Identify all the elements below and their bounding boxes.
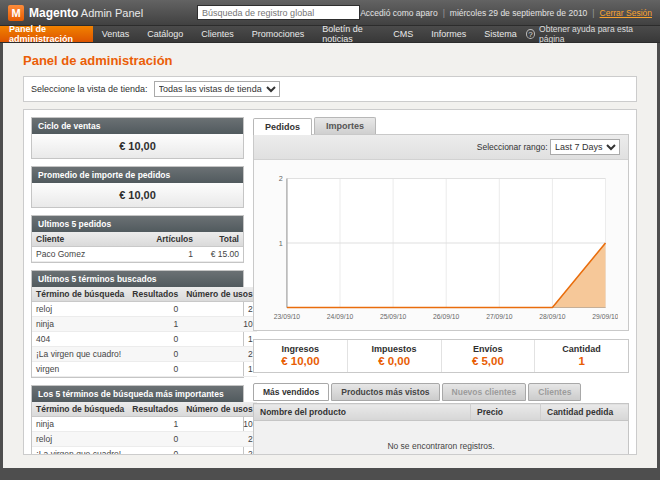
table-row[interactable]: virgen01 [32, 362, 257, 377]
average-orders-title: Promedio de importe de pedidos [32, 167, 243, 183]
cell: 10 [182, 417, 257, 432]
svg-text:29/09/10: 29/09/10 [592, 313, 618, 320]
total-value: € 10,00 [254, 355, 347, 367]
grid-tab-mas-vendidos[interactable]: Más vendidos [253, 383, 329, 401]
cell: 0 [128, 362, 182, 377]
separator: | [592, 8, 594, 18]
svg-text:24/09/10: 24/09/10 [327, 313, 354, 320]
orders-chart-svg: 1223/09/1024/09/1025/09/1026/09/1027/09/… [264, 168, 618, 326]
cell: ninja [32, 417, 128, 432]
nav-item-catalogo[interactable]: Catálogo [138, 26, 192, 42]
store-view-select[interactable]: Todas las vistas de tienda [154, 81, 280, 97]
column-header-resultados: Resultados [128, 402, 182, 417]
cell: reloj [32, 302, 128, 317]
table-row[interactable]: ninja110 [32, 417, 257, 432]
table-row[interactable]: ninja110 [32, 317, 257, 332]
last-orders-table: ClienteArtículosTotalPaco Gomez1€ 15.00 [32, 232, 243, 262]
magento-logo[interactable]: M Magento Admin Panel [8, 5, 197, 21]
table-row[interactable]: reloj02 [32, 432, 257, 447]
diagram-tabs: PedidosImportes [253, 117, 629, 134]
table-row[interactable]: reloj02 [32, 302, 257, 317]
products-table: Nombre del productoPrecioCantidad pedida… [253, 403, 629, 455]
page-content: Panel de administración Seleccione la vi… [3, 43, 657, 468]
column-header-numero-de-usos: Número de usos [182, 402, 257, 417]
grid-tab-productos-mas-vistos[interactable]: Productos más vistos [331, 383, 439, 401]
nav-item-boletin-de-noticias[interactable]: Boletín de noticias [313, 26, 384, 42]
cell: 1 [128, 417, 182, 432]
total-envios: Envíos€ 5,00 [441, 340, 535, 372]
cell: ¡La virgen que cuadro! [32, 347, 128, 362]
global-search-input[interactable] [197, 5, 360, 20]
cell: 0 [128, 432, 182, 447]
orders-chart: 1223/09/1024/09/1025/09/1026/09/1027/09/… [254, 160, 628, 330]
user-area: Accedió como aparo | miércoles 29 de sep… [360, 8, 652, 18]
top-search-terms-table: Término de búsquedaResultadosNúmero de u… [32, 402, 257, 455]
logout-link[interactable]: Cerrar Sesión [600, 8, 652, 18]
products-column-cantidad-pedida: Cantidad pedida [541, 404, 629, 421]
nav-item-ventas[interactable]: Ventas [93, 26, 139, 42]
total-value: € 0,00 [348, 355, 441, 367]
cell: ninja [32, 317, 128, 332]
nav-item-clientes[interactable]: Clientes [192, 26, 243, 42]
table-row[interactable]: 40401 [32, 332, 257, 347]
total-impuestos: Impuestos€ 0,00 [347, 340, 441, 372]
svg-text:23/09/10: 23/09/10 [274, 313, 301, 320]
logged-in-as: Accedió como aparo [360, 8, 438, 18]
nav-item-sistema[interactable]: Sistema [475, 26, 526, 42]
help-link[interactable]: ? Obtener ayuda para esta página [526, 26, 660, 42]
totals-row: Ingresos€ 10,00Impuestos€ 0,00Envíos€ 5,… [253, 339, 629, 373]
range-select[interactable]: Last 7 Days [550, 139, 620, 155]
top-search-terms-panel: Los 5 términos de búsqueda más important… [31, 385, 244, 455]
table-row[interactable]: Paco Gomez1€ 15.00 [32, 247, 243, 262]
products-header-row: Nombre del productoPrecioCantidad pedida [254, 404, 629, 421]
last-search-terms-table: Término de búsquedaResultadosNúmero de u… [32, 287, 257, 377]
top-header-bar: M Magento Admin Panel Accedió como aparo… [0, 0, 660, 26]
grid-tabs: Más vendidosProductos más vistosNuevos c… [253, 383, 629, 401]
nav-item-promociones[interactable]: Promociones [243, 26, 314, 42]
lifetime-sales-value: € 10,00 [32, 134, 243, 158]
table-header-row: Término de búsquedaResultadosNúmero de u… [32, 287, 257, 302]
nav-item-informes[interactable]: Informes [422, 26, 475, 42]
cell: 0 [128, 332, 182, 347]
table-row[interactable]: ¡La virgen que cuadro!02 [32, 347, 257, 362]
separator: | [443, 8, 445, 18]
total-value: € 5,00 [442, 355, 535, 367]
total-label: Impuestos [348, 344, 441, 354]
table-row[interactable]: ¡La virgen que cuadro!02 [32, 447, 257, 456]
svg-text:1: 1 [279, 239, 283, 248]
column-header-cliente: Cliente [32, 232, 151, 247]
cell: 1 [151, 247, 197, 262]
tab-importes[interactable]: Importes [314, 117, 376, 134]
range-row: Seleccionar rango: Last 7 Days [254, 135, 628, 160]
diagram-tab-content: Seleccionar rango: Last 7 Days 1223/09/1… [253, 134, 629, 331]
nav-item-cms[interactable]: CMS [384, 26, 422, 42]
store-view-label: Seleccione la vista de tienda: [31, 84, 148, 94]
products-column-precio: Precio [471, 404, 541, 421]
top-search-terms-title: Los 5 términos de búsqueda más important… [32, 386, 243, 402]
column-header-articulos: Artículos [151, 232, 197, 247]
lifetime-sales-panel: Ciclo de ventas € 10,00 [31, 117, 244, 159]
products-table-body: No se encontraron registros. [254, 421, 629, 455]
cell: 1 [128, 317, 182, 332]
total-cantidad: Cantidad1 [534, 340, 628, 372]
range-label: Seleccionar rango: [477, 142, 548, 152]
cell: 2 [182, 432, 257, 447]
help-label: Obtener ayuda para esta página [539, 24, 650, 44]
last-orders-panel: Ultimos 5 pedidos ClienteArtículosTotalP… [31, 215, 244, 263]
cell: Paco Gomez [32, 247, 151, 262]
cell: ¡La virgen que cuadro! [32, 447, 128, 456]
nav-items: Panel de administraciónVentasCatálogoCli… [0, 26, 526, 42]
cell: 1 [182, 362, 257, 377]
app-title-suffix: Admin Panel [81, 7, 143, 19]
products-table-head: Nombre del productoPrecioCantidad pedida [254, 404, 629, 421]
products-empty-row: No se encontraron registros. [254, 421, 629, 455]
total-label: Cantidad [535, 344, 628, 354]
svg-text:26/09/10: 26/09/10 [433, 313, 460, 320]
tab-pedidos[interactable]: Pedidos [253, 118, 312, 135]
nav-item-panel-de-administracion[interactable]: Panel de administración [0, 26, 93, 42]
average-orders-value: € 10,00 [32, 183, 243, 207]
help-icon: ? [526, 29, 535, 39]
column-header-termino-de-busqueda: Término de búsqueda [32, 287, 128, 302]
cell: 2 [182, 447, 257, 456]
last-search-terms-title: Ultimos 5 términos buscados [32, 271, 243, 287]
